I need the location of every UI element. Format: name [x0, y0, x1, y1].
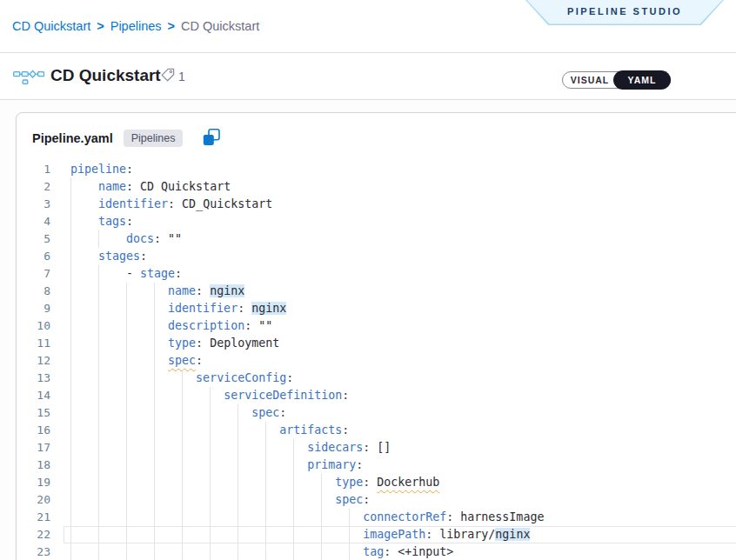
- yaml-token-punc: :: [363, 493, 370, 506]
- indent-guide: [70, 300, 71, 317]
- toggle-yaml-button[interactable]: YAML: [613, 70, 671, 90]
- line-number: 12: [17, 352, 55, 370]
- code-line[interactable]: 14 serviceDefinition:: [17, 387, 736, 404]
- code-line[interactable]: 22 imagePath: library/nginx: [17, 526, 736, 543]
- code-line[interactable]: 4 tags:: [17, 213, 736, 230]
- yaml-token-dash: -: [126, 267, 140, 280]
- context-badge: Pipelines: [124, 130, 184, 147]
- code-line[interactable]: 7 - stage:: [17, 265, 736, 283]
- code-line-content[interactable]: serviceConfig:: [70, 370, 736, 387]
- indent-guide: [154, 404, 155, 422]
- indent-guide: [182, 457, 183, 474]
- indent-spaces: [70, 423, 279, 437]
- indent-guide: [182, 370, 183, 387]
- code-line[interactable]: 10 description: "": [17, 317, 736, 335]
- code-line[interactable]: 19 type: Dockerhub: [17, 474, 736, 491]
- code-line-content[interactable]: primary:: [70, 457, 736, 474]
- code-line[interactable]: 8 name: nginx: [17, 283, 736, 300]
- yaml-token-punc: :: [342, 423, 349, 437]
- code-line-content[interactable]: identifier: nginx: [70, 300, 736, 317]
- code-line-content[interactable]: name: CD Quickstart: [70, 178, 736, 196]
- code-line-content[interactable]: type: Dockerhub: [70, 474, 736, 491]
- code-line-content[interactable]: imagePath: library/nginx: [70, 526, 736, 543]
- toggle-visual-button[interactable]: VISUAL: [563, 72, 617, 88]
- yaml-token-key: type: [168, 337, 196, 350]
- code-line-content[interactable]: spec:: [70, 352, 736, 370]
- code-line-content[interactable]: spec:: [70, 404, 736, 422]
- tags-indicator[interactable]: 1: [160, 67, 185, 86]
- indent-guide: [98, 526, 99, 543]
- code-line[interactable]: 18 primary:: [17, 457, 736, 474]
- code-line-content[interactable]: tags:: [70, 213, 736, 230]
- indent-guide: [126, 422, 127, 439]
- code-line-content[interactable]: serviceDefinition:: [70, 387, 736, 404]
- line-number: 11: [17, 335, 55, 352]
- code-line[interactable]: 12 spec:: [17, 352, 736, 370]
- code-line[interactable]: 16 artifacts:: [17, 422, 736, 439]
- indent-guide: [126, 387, 127, 404]
- yaml-token-punc: :: [363, 476, 377, 489]
- code-line-content[interactable]: name: nginx: [70, 283, 736, 300]
- indent-guide: [126, 439, 127, 457]
- indent-guide: [238, 422, 238, 439]
- line-number: 16: [17, 422, 55, 439]
- code-line[interactable]: 15 spec:: [17, 404, 736, 422]
- code-line-content[interactable]: pipeline:: [70, 161, 736, 178]
- indent-guide: [154, 491, 155, 509]
- code-line[interactable]: 5 docs: "": [17, 230, 736, 248]
- code-line-content[interactable]: - stage:: [70, 265, 736, 283]
- code-line-content[interactable]: tag: <+input>: [70, 543, 736, 560]
- code-line-content[interactable]: type: Deployment: [70, 335, 736, 352]
- copy-button[interactable]: [202, 128, 221, 150]
- indent-guide: [70, 439, 71, 457]
- indent-guide: [154, 439, 155, 457]
- yaml-token-key: stage: [140, 267, 175, 280]
- line-number: 3: [17, 196, 55, 213]
- breadcrumb-separator: >: [168, 19, 175, 33]
- code-line-content[interactable]: identifier: CD_Quickstart: [70, 196, 736, 213]
- indent-guide: [182, 509, 183, 526]
- code-line-content[interactable]: docs: "": [70, 230, 736, 248]
- code-line[interactable]: 6 stages:: [17, 248, 736, 265]
- breadcrumb-item[interactable]: CD Quickstart: [12, 19, 90, 33]
- code-line[interactable]: 2 name: CD Quickstart: [17, 178, 736, 196]
- indent-guide: [210, 422, 211, 439]
- code-line-content[interactable]: connectorRef: harnessImage: [70, 509, 736, 526]
- indent-guide: [70, 422, 71, 439]
- code-line[interactable]: 9 identifier: nginx: [17, 300, 736, 317]
- indent-guide: [349, 543, 350, 560]
- yaml-code-editor[interactable]: 1pipeline:2 name: CD Quickstart3 identif…: [17, 153, 736, 560]
- indent-guide: [238, 526, 238, 543]
- code-line-content[interactable]: spec:: [70, 491, 736, 509]
- yaml-token-key: imagePath: [363, 528, 425, 541]
- code-line[interactable]: 17 sidecars: []: [17, 439, 736, 457]
- visual-yaml-toggle[interactable]: VISUAL YAML: [562, 71, 671, 89]
- code-line-content[interactable]: description: "": [70, 317, 736, 335]
- code-line[interactable]: 23 tag: <+input>: [17, 543, 736, 560]
- yaml-token-key: tags: [98, 215, 126, 228]
- code-line-content[interactable]: artifacts:: [70, 422, 736, 439]
- code-line[interactable]: 21 connectorRef: harnessImage: [17, 509, 736, 526]
- code-line-content[interactable]: sidecars: []: [70, 439, 736, 457]
- yaml-token-hl: nginx: [251, 302, 286, 315]
- pipeline-studio-badge: PIPELINE STUDIO: [525, 0, 724, 25]
- indent-guide: [70, 370, 71, 387]
- yaml-token-punc: :: [140, 250, 147, 263]
- code-line[interactable]: 13 serviceConfig:: [17, 370, 736, 387]
- code-line[interactable]: 11 type: Deployment: [17, 335, 736, 352]
- code-line[interactable]: 3 identifier: CD_Quickstart: [17, 196, 736, 213]
- indent-guide: [98, 474, 99, 491]
- code-line-content[interactable]: stages:: [70, 248, 736, 265]
- indent-guide: [238, 439, 238, 457]
- indent-guide: [182, 543, 183, 560]
- indent-guide: [321, 543, 322, 560]
- line-number: 23: [17, 543, 55, 560]
- code-line[interactable]: 1pipeline:: [17, 161, 736, 178]
- indent-guide: [126, 317, 127, 335]
- indent-guide: [70, 526, 71, 543]
- indent-spaces: [70, 458, 307, 471]
- indent-guide: [265, 439, 266, 457]
- breadcrumb-item[interactable]: Pipelines: [110, 19, 162, 33]
- indent-guide: [293, 491, 294, 509]
- code-line[interactable]: 20 spec:: [17, 491, 736, 509]
